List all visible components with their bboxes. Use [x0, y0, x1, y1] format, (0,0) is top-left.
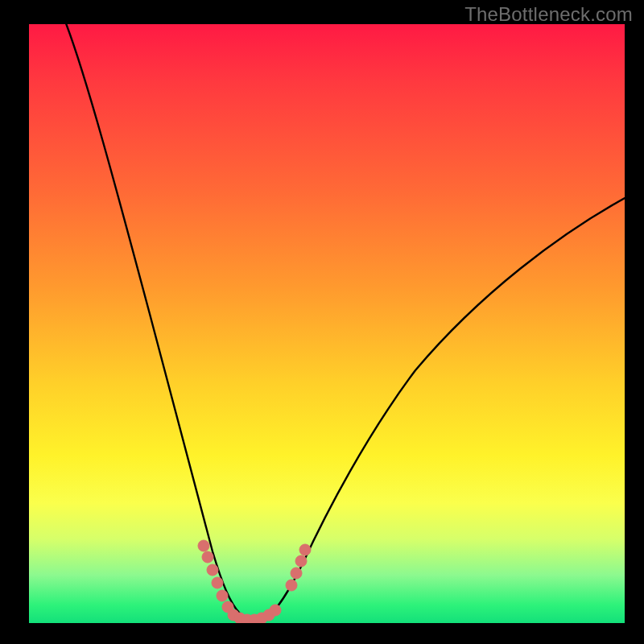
svg-point-16	[299, 544, 311, 555]
svg-point-1	[202, 551, 213, 563]
plot-area	[29, 24, 625, 623]
svg-point-12	[270, 605, 281, 616]
svg-point-13	[286, 580, 297, 591]
svg-point-14	[291, 568, 302, 579]
svg-point-2	[207, 564, 218, 576]
watermark-text: TheBottleneck.com	[464, 3, 633, 26]
svg-point-15	[295, 555, 307, 567]
bottleneck-curve	[64, 24, 625, 619]
svg-point-4	[217, 590, 228, 601]
bottleneck-curve-svg	[29, 24, 625, 623]
svg-point-3	[212, 577, 223, 588]
chart-frame: TheBottleneck.com	[0, 0, 644, 644]
svg-point-0	[198, 540, 209, 551]
marker-dots	[198, 540, 311, 623]
